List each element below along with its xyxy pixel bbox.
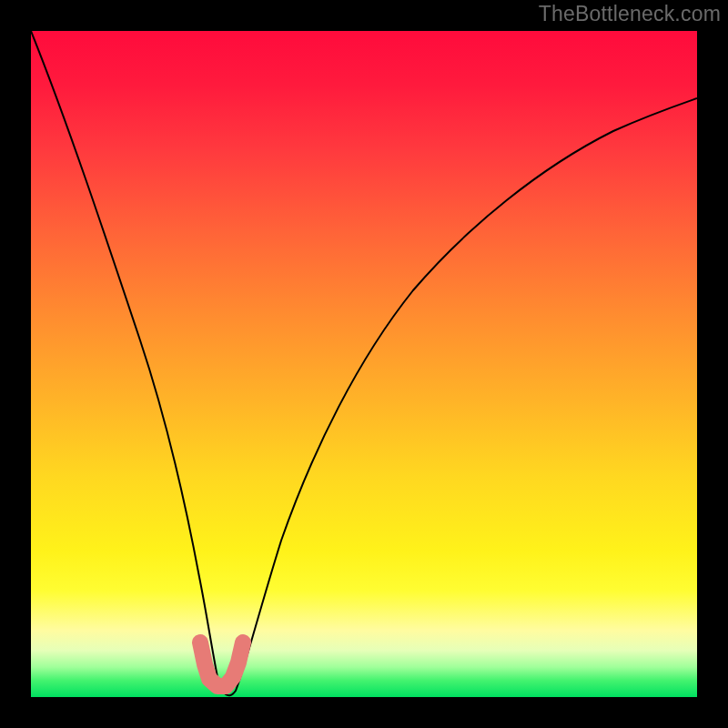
minimum-highlight-overlay	[200, 642, 243, 686]
watermark-text: TheBottleneck.com	[539, 2, 721, 26]
chart-frame: TheBottleneck.com	[0, 0, 728, 728]
plot-area	[31, 31, 697, 697]
bottleneck-curve	[31, 31, 697, 695]
curve-layer	[31, 31, 697, 697]
